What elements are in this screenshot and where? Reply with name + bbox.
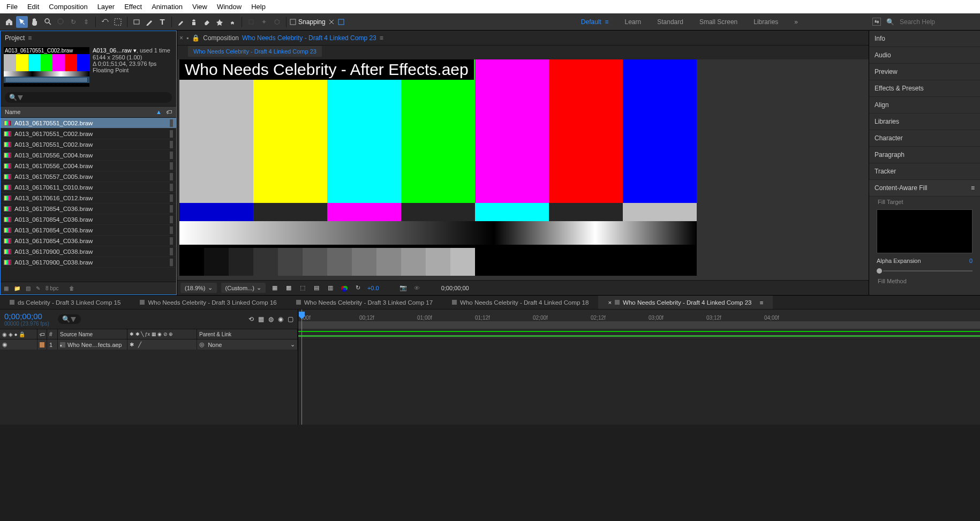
project-item[interactable]: A013_06170556_C004.braw — [1, 161, 176, 171]
panel-character[interactable]: Character — [869, 130, 980, 147]
project-item[interactable]: A013_06170557_C005.braw — [1, 171, 176, 182]
comp-menu-icon[interactable]: ≡ — [380, 34, 383, 42]
menu-view[interactable]: View — [188, 1, 212, 12]
rectangle-tool-icon[interactable] — [131, 16, 142, 28]
interpret-icon[interactable]: ▦ — [4, 285, 9, 291]
menu-file[interactable]: File — [2, 1, 22, 12]
menu-help[interactable]: Help — [247, 1, 270, 12]
project-item[interactable]: A013_06170854_C036.braw — [1, 225, 176, 236]
comp-close-icon[interactable]: × — [179, 34, 183, 42]
share-icon[interactable]: ⇆ — [872, 18, 881, 26]
close-tab-icon[interactable]: × — [608, 299, 612, 306]
brush-tool-icon[interactable] — [175, 16, 187, 28]
timeline-tab[interactable]: Who Needs Celebrity - Draft 3 Linked Com… — [130, 296, 286, 309]
viewer-time[interactable]: 0;00;00;00 — [441, 285, 469, 291]
3d-tool2-icon[interactable]: ✦ — [258, 16, 270, 28]
zoom-tool-icon[interactable] — [42, 16, 54, 28]
menu-edit[interactable]: Edit — [23, 1, 43, 12]
panel-caf[interactable]: Content-Aware Fill≡ — [869, 180, 980, 197]
project-item[interactable]: A013_06170551_C002.braw — [1, 139, 176, 150]
timeline-layer-bar[interactable] — [298, 329, 980, 339]
project-item[interactable]: A013_06170854_C036.braw — [1, 214, 176, 225]
timeline-tab[interactable]: × Who Needs Celebrity - Draft 4 Linked C… — [598, 296, 773, 309]
comp-name-link[interactable]: Who Needs Celebrity - Draft 4 Linked Com… — [242, 34, 376, 42]
rotation-tool-icon[interactable] — [99, 16, 111, 28]
timeline-current-time[interactable]: 0;00;00;00 — [4, 312, 49, 321]
timeline-track-area[interactable]: :00f00;12f01;00f01;12f02;00f02;12f03;00f… — [298, 309, 980, 425]
workspace-standard[interactable]: Standard — [657, 18, 683, 26]
workspace-more-icon[interactable]: » — [794, 18, 798, 26]
puppet-tool-icon[interactable] — [227, 16, 238, 28]
tl-draft3d-icon[interactable]: ▢ — [288, 315, 293, 323]
snapping-toggle[interactable]: Snapping — [290, 18, 345, 26]
tab-menu-icon[interactable]: ≡ — [760, 299, 764, 306]
project-item[interactable]: A013_06170556_C004.braw — [1, 150, 176, 161]
toggle-mask-icon[interactable]: ▩ — [284, 283, 293, 293]
menu-composition[interactable]: Composition — [44, 1, 92, 12]
project-tab[interactable]: Project — [5, 34, 25, 42]
project-item[interactable]: A013_06170616_C012.braw — [1, 193, 176, 203]
anchor-tool-icon[interactable] — [112, 16, 124, 28]
tl-frame-blend-icon[interactable]: ▦ — [258, 315, 264, 323]
alpha-expansion-value[interactable]: 0 — [969, 258, 973, 264]
menu-window[interactable]: Window — [213, 1, 246, 12]
adjustment-icon[interactable]: ✎ — [36, 285, 40, 291]
guides-icon[interactable]: ▥ — [326, 283, 335, 293]
menu-effect[interactable]: Effect — [120, 1, 146, 12]
project-item[interactable]: A013_06170551_C002.braw — [1, 129, 176, 139]
workspace-smallscreen[interactable]: Small Screen — [699, 18, 737, 26]
panel-libraries[interactable]: Libraries — [869, 114, 980, 130]
lock-icon[interactable]: 🔒 — [192, 34, 200, 42]
show-snapshot-icon[interactable]: 👁 — [412, 283, 422, 293]
workspace-default[interactable]: Default ≡ — [581, 18, 609, 26]
project-item[interactable]: A013_06170854_C036.braw — [1, 203, 176, 214]
orbit-tool-icon[interactable] — [55, 16, 66, 28]
workspace-learn[interactable]: Learn — [625, 18, 642, 26]
snap-opt-icon[interactable] — [328, 18, 335, 26]
folder-icon[interactable]: 📁 — [14, 285, 20, 291]
panel-paragraph[interactable]: Paragraph — [869, 147, 980, 163]
trash-icon[interactable]: 🗑 — [69, 285, 74, 291]
timeline-playhead[interactable] — [301, 309, 302, 425]
panel-info[interactable]: Info — [869, 31, 980, 47]
composition-viewer[interactable]: Who Needs Celebrity - After Effects.aep — [179, 59, 697, 276]
snap-grid-icon[interactable] — [337, 18, 345, 26]
timeline-tab[interactable]: ds Celebrity - Draft 3 Linked Comp 15 — [0, 296, 130, 309]
alpha-expansion-slider[interactable] — [877, 268, 973, 274]
text-tool-icon[interactable]: T — [156, 16, 168, 28]
snapshot-icon[interactable]: 📷 — [398, 283, 408, 293]
home-icon[interactable] — [3, 16, 15, 28]
workspace-libraries[interactable]: Libraries — [753, 18, 778, 26]
timeline-tab[interactable]: Who Needs Celebrity - Draft 4 Linked Com… — [442, 296, 598, 309]
label-col-icon[interactable]: 🏷 — [166, 109, 172, 115]
channel-icon[interactable] — [340, 283, 349, 293]
panel-audio[interactable]: Audio — [869, 47, 980, 64]
hand-tool-icon[interactable] — [29, 16, 41, 28]
project-item[interactable]: A013_06170551_C002.braw — [1, 118, 176, 129]
comp-pin-icon[interactable]: ▪ — [186, 34, 189, 42]
reset-exposure-icon[interactable]: ↻ — [353, 283, 363, 293]
panel-menu-icon[interactable]: ≡ — [28, 34, 32, 42]
project-item[interactable]: A013_06170900_C038.braw — [1, 257, 176, 268]
tl-motion-blur-icon[interactable]: ◍ — [268, 315, 274, 323]
eraser-tool-icon[interactable] — [201, 16, 213, 28]
tl-shy-icon[interactable]: ⟲ — [248, 315, 254, 323]
panel-align[interactable]: Align — [869, 97, 980, 114]
roto-brush-icon[interactable] — [214, 16, 225, 28]
comp-flow-item[interactable]: Who Needs Celebrity - Draft 4 Linked Com… — [188, 46, 322, 57]
project-item[interactable]: A013_06170900_C038.braw — [1, 246, 176, 257]
timeline-layer-row[interactable]: ◉ 1 ▪Who Nee…fects.aep ✱ ╱ ◎ None⌄ — [0, 339, 298, 350]
menu-animation[interactable]: Animation — [147, 1, 187, 12]
timeline-tab[interactable]: Who Needs Celebrity - Draft 3 Linked Com… — [287, 296, 442, 309]
bpc-button[interactable]: 8 bpc — [46, 285, 58, 291]
grid-icon[interactable]: ▤ — [312, 283, 321, 293]
3d-tool3-icon[interactable]: ⬡ — [271, 16, 283, 28]
menu-layer[interactable]: Layer — [93, 1, 119, 12]
selection-tool-icon[interactable] — [16, 16, 28, 28]
project-search-input[interactable]: 🔍⯆ — [5, 92, 172, 103]
3d-tool-icon[interactable] — [245, 16, 257, 28]
zoom-dropdown[interactable]: (18.9%) ⌄ — [180, 283, 217, 293]
tl-graph-icon[interactable]: ◉ — [278, 315, 283, 323]
project-item[interactable]: A013_06170611_C010.braw — [1, 182, 176, 193]
region-icon[interactable]: ⬚ — [298, 283, 307, 293]
